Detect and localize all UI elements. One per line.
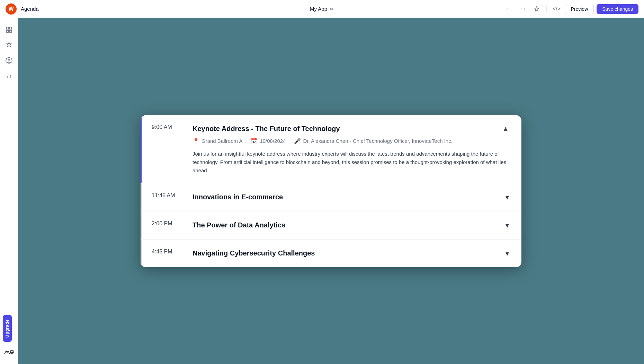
main-layout: Upgrade 9:00 AM Keynote Address - The Fu [0,18,644,364]
agenda-chevron-1[interactable]: ▲ [501,123,510,134]
agenda-card: 9:00 AM Keynote Address - The Future of … [141,115,521,267]
agenda-title-3: The Power of Data Analytics [193,221,285,229]
upgrade-button[interactable]: Upgrade [3,315,12,342]
agenda-content-1: Keynote Address - The Future of Technolo… [190,123,510,175]
header-right: ↩ ↪ </> Preview Save changes [503,3,638,15]
save-button[interactable]: Save changes [597,4,638,14]
agenda-title-1: Keynote Address - The Future of Technolo… [193,125,340,133]
agenda-item-1[interactable]: 9:00 AM Keynote Address - The Future of … [141,115,521,183]
app-logo: W [6,3,17,15]
agenda-item-4[interactable]: 4:45 PM Navigating Cybersecurity Challen… [141,240,521,267]
agenda-content-4: Navigating Cybersecurity Challenges ▾ [190,248,510,259]
agenda-title-2: Innovations in E-commerce [193,193,283,201]
agenda-date-1: 📅 19/08/2024 [251,138,286,144]
undo-button[interactable]: ↩ [503,3,515,15]
sidebar-item-settings[interactable] [3,54,15,67]
sidebar: Upgrade [0,18,18,364]
code-button[interactable]: </> [551,3,562,15]
mic-icon: 🎤 [294,138,301,144]
agenda-content-2: Innovations in E-commerce ▾ [190,192,510,203]
agenda-title-row-3: The Power of Data Analytics ▾ [193,220,510,231]
preview-button[interactable]: Preview [565,4,594,14]
agenda-chevron-3[interactable]: ▾ [504,220,510,231]
agenda-time-4: 4:45 PM [152,248,190,255]
divider [546,6,547,12]
svg-rect-0 [6,27,8,29]
header: W Agenda My App ✏ ↩ ↪ </> Preview Save c… [0,0,644,18]
agenda-bar-3 [141,211,142,239]
edit-icon[interactable]: ✏ [330,6,334,12]
canvas: 9:00 AM Keynote Address - The Future of … [18,18,644,364]
svg-rect-3 [9,31,11,33]
agenda-description-1: Join us for an insightful keynote addres… [193,150,510,175]
agenda-bar-2 [141,183,142,211]
agenda-title-4: Navigating Cybersecurity Challenges [193,249,315,257]
agenda-time-1: 9:00 AM [152,123,190,130]
agenda-speaker-1: 🎤 Dr. Alexandra Chen - Chief Technology … [294,138,452,144]
agenda-content-3: The Power of Data Analytics ▾ [190,220,510,231]
sidebar-item-dashboard[interactable] [3,24,15,36]
redo-button[interactable]: ↪ [517,3,528,15]
agenda-chevron-2[interactable]: ▾ [504,192,510,203]
agenda-title-row-1: Keynote Address - The Future of Technolo… [193,123,510,134]
sidebar-item-analytics[interactable] [3,69,15,82]
sidebar-bottom: Upgrade [3,315,15,358]
agenda-bar-1 [141,115,142,183]
agenda-time-3: 2:00 PM [152,220,190,227]
agenda-item-3[interactable]: 2:00 PM The Power of Data Analytics ▾ [141,211,521,240]
agenda-title-row-2: Innovations in E-commerce ▾ [193,192,510,203]
agenda-meta-1: 📍 Grand Ballroom A 📅 19/08/2024 🎤 Dr. Al… [193,138,510,144]
svg-point-4 [8,60,10,61]
agenda-bar-4 [141,240,142,267]
app-name: My App [310,6,327,12]
agenda-chevron-4[interactable]: ▾ [504,248,510,259]
svg-rect-1 [9,27,11,29]
header-left: W Agenda [6,3,39,15]
agenda-location-1: 📍 Grand Ballroom A [193,138,242,144]
agenda-item-2[interactable]: 11:45 AM Innovations in E-commerce ▾ [141,183,521,211]
agenda-title-row-4: Navigating Cybersecurity Challenges ▾ [193,248,510,259]
calendar-icon: 📅 [251,138,258,144]
svg-rect-2 [6,31,8,33]
header-center: My App ✏ [310,6,334,12]
wix-logo [3,346,15,358]
agenda-time-2: 11:45 AM [152,192,190,199]
pin-button[interactable] [531,3,542,15]
location-icon: 📍 [193,138,199,144]
sidebar-item-pin[interactable] [3,39,15,51]
nav-label: Agenda [21,6,39,12]
